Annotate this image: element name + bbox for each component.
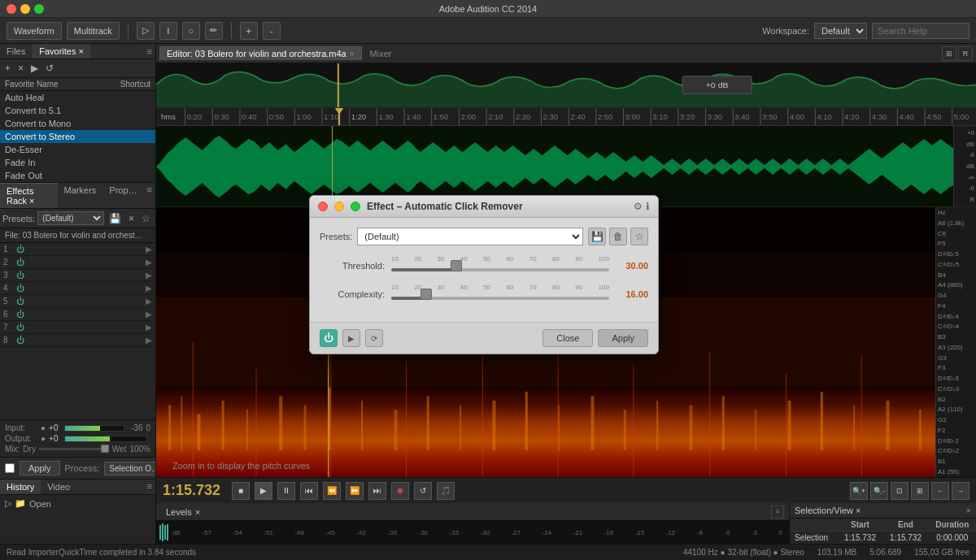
multitrack-mode-button[interactable]: Multitrack — [67, 22, 120, 40]
zoom-reset-button[interactable]: R — [958, 46, 973, 61]
dialog-close-button[interactable]: Close — [542, 329, 593, 347]
dialog-apply-button[interactable]: Apply — [598, 329, 648, 347]
input-dot[interactable]: ● — [41, 423, 46, 432]
save-preset-button[interactable]: 💾 — [107, 212, 124, 225]
zoom-sel-button[interactable]: ⊡ — [891, 482, 908, 500]
zoom-in-button[interactable]: + — [240, 22, 258, 40]
effect-power-3[interactable]: ⏻ — [16, 271, 24, 280]
zoom-full-button[interactable]: ⊞ — [911, 482, 929, 500]
list-item[interactable]: Convert to 5.1 — [0, 104, 155, 117]
dialog-settings-icon[interactable]: ⚙ — [634, 201, 643, 212]
delete-preset-button[interactable]: × — [126, 212, 137, 225]
minimize-icon[interactable] — [20, 4, 30, 14]
complexity-slider[interactable] — [391, 293, 609, 304]
zoom-in-t-button[interactable]: 🔍+ — [850, 482, 868, 500]
zoom-out-button[interactable]: - — [263, 22, 281, 40]
save-preset-icon[interactable]: 💾 — [588, 228, 606, 245]
effect-power-4[interactable]: ⏻ — [16, 284, 24, 293]
close-icon[interactable] — [7, 4, 16, 14]
zoom-prev-button[interactable]: ← — [931, 482, 949, 500]
effect-arrow-5[interactable]: ▶ — [146, 297, 152, 306]
apply-button[interactable]: Apply — [20, 461, 60, 475]
editor-tab-main[interactable]: Editor: 03 Bolero for violin and orchest… — [159, 46, 362, 60]
select-tool-button[interactable]: I — [159, 22, 177, 40]
dialog-presets-select[interactable]: (Default) — [357, 228, 583, 245]
dialog-close-icon[interactable] — [318, 202, 328, 211]
pencil-tool-button[interactable]: ✏ — [205, 22, 223, 40]
metronome-button[interactable]: 🎵 — [437, 482, 455, 500]
loop-button[interactable]: ↺ — [414, 482, 432, 500]
effect-arrow-2[interactable]: ▶ — [146, 258, 152, 267]
search-input[interactable] — [872, 23, 969, 39]
record-button[interactable]: ⏺ — [391, 482, 409, 500]
dialog-maximize-icon[interactable] — [351, 202, 360, 211]
list-item-convert-stereo[interactable]: Convert to Stereo — [0, 130, 155, 143]
selection-panel-close[interactable]: × — [966, 506, 971, 515]
lasso-tool-button[interactable]: ○ — [182, 22, 200, 40]
tab-history[interactable]: History — [0, 480, 41, 494]
zoom-next-button[interactable]: → — [952, 482, 969, 500]
list-item-fade-out[interactable]: Fade Out — [0, 169, 155, 182]
threshold-slider[interactable] — [391, 264, 609, 276]
effect-power-8[interactable]: ⏻ — [16, 336, 24, 345]
play-favorite-button[interactable]: ▶ — [28, 62, 41, 75]
history-menu[interactable]: ≡ — [144, 480, 155, 494]
rewind-button[interactable]: ⏪ — [323, 482, 341, 500]
zoom-fit-button[interactable]: ⊞ — [942, 46, 956, 61]
add-favorite-button[interactable]: + — [2, 62, 13, 75]
effect-power-6[interactable]: ⏻ — [16, 310, 24, 319]
effect-arrow-3[interactable]: ▶ — [146, 271, 152, 280]
mixer-tab[interactable]: Mixer — [364, 47, 399, 60]
editor-tab-close[interactable]: × — [350, 50, 355, 59]
effect-arrow-4[interactable]: ▶ — [146, 284, 152, 293]
effect-power-button[interactable]: ⏻ — [320, 329, 338, 347]
process-select[interactable]: Selection O… — [104, 462, 155, 475]
effect-power-7[interactable]: ⏻ — [16, 323, 24, 332]
effect-loop-button[interactable]: ⟳ — [365, 329, 383, 347]
tab-favorites[interactable]: Favorites × — [33, 44, 91, 59]
list-item-fade-in[interactable]: Fade In — [0, 156, 155, 169]
dialog-info-icon[interactable]: ℹ — [646, 201, 650, 212]
list-item-convert-mono[interactable]: Convert to Mono — [0, 117, 155, 130]
levels-menu-button[interactable]: ≡ — [771, 506, 784, 519]
tab-files[interactable]: Files — [0, 44, 33, 59]
play-button[interactable]: ▶ — [255, 482, 272, 500]
effect-arrow-8[interactable]: ▶ — [146, 336, 152, 345]
list-item[interactable]: Auto Heal — [0, 91, 155, 104]
tab-properties[interactable]: Prop… — [102, 183, 143, 208]
apply-checkbox[interactable] — [5, 463, 15, 473]
dialog-minimize-icon[interactable] — [334, 202, 344, 211]
effect-play-button[interactable]: ▶ — [342, 329, 360, 347]
delete-preset-icon[interactable]: 🗑 — [609, 228, 627, 245]
effects-panel-menu[interactable]: ≡ — [144, 183, 155, 208]
effect-arrow-1[interactable]: ▶ — [146, 245, 152, 254]
effect-power-1[interactable]: ⏻ — [16, 245, 24, 254]
pause-button[interactable]: ⏸ — [277, 482, 295, 500]
panel-menu-icon[interactable]: ≡ — [147, 46, 152, 56]
tab-effects-rack[interactable]: Effects Rack × — [0, 183, 58, 208]
favorite-preset-button[interactable]: ☆ — [139, 212, 153, 225]
waveform-overview[interactable]: +0 dB — [156, 63, 976, 108]
effect-arrow-7[interactable]: ▶ — [146, 323, 152, 332]
tab-levels[interactable]: Levels × — [159, 506, 207, 519]
delete-favorite-button[interactable]: × — [15, 62, 26, 75]
favorite-preset-icon[interactable]: ☆ — [630, 228, 648, 245]
tab-markers[interactable]: Markers — [58, 183, 103, 208]
workspace-select[interactable]: Default — [814, 23, 867, 39]
effect-power-5[interactable]: ⏻ — [16, 297, 24, 306]
effect-power-2[interactable]: ⏻ — [16, 258, 24, 267]
levels-tab-close[interactable]: × — [195, 507, 200, 517]
skip-end-button[interactable]: ⏭ — [368, 482, 386, 500]
tab-video[interactable]: Video — [41, 480, 76, 494]
maximize-icon[interactable] — [34, 4, 44, 14]
effect-arrow-6[interactable]: ▶ — [146, 310, 152, 319]
fast-forward-button[interactable]: ⏩ — [346, 482, 364, 500]
mix-slider[interactable] — [39, 448, 109, 450]
loop-favorite-button[interactable]: ↺ — [43, 62, 56, 75]
stop-button[interactable]: ■ — [232, 482, 250, 500]
history-item-open[interactable]: ▷ 📁 Open — [5, 498, 150, 509]
output-dot[interactable]: ● — [41, 434, 46, 443]
presets-select[interactable]: (Default) — [37, 211, 104, 225]
zoom-out-t-button[interactable]: 🔍- — [870, 482, 888, 500]
list-item-de-esser[interactable]: De-Esser — [0, 143, 155, 156]
